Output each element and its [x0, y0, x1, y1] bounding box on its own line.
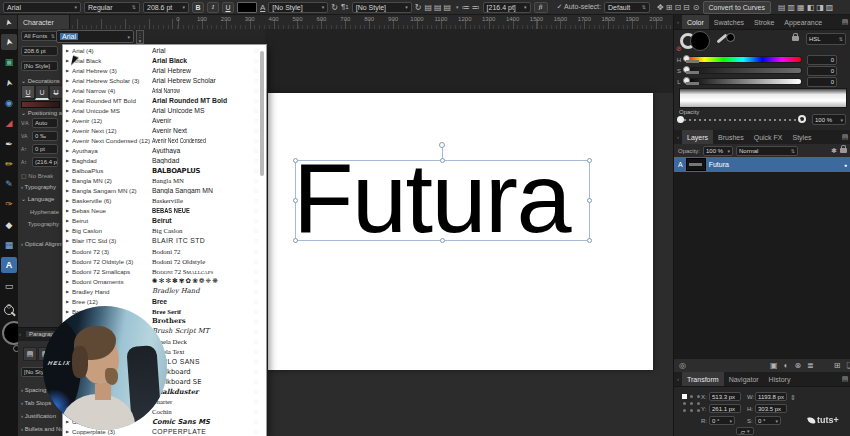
underline-double-button[interactable]: U	[35, 85, 49, 100]
font-list-item[interactable]: ▶Avenir (12)Avenir♡	[63, 115, 266, 125]
convert-to-curves-button[interactable]: Convert to Curves	[703, 1, 771, 14]
section-bullets[interactable]: › Bullets and Numbering	[21, 426, 63, 432]
panel-font-size-field[interactable]: 208.6 pt	[21, 46, 58, 56]
handle-bottom-left[interactable]	[293, 238, 298, 243]
update-style-icon[interactable]: ↻	[331, 2, 338, 13]
character-style-select[interactable]: [No Style]▾	[268, 2, 328, 13]
font-list-item[interactable]: ▶Bangla Sangam MN (2)Bangla Sangam MN♡	[63, 186, 266, 196]
favorite-heart-icon[interactable]: ♡	[250, 147, 262, 154]
favorite-heart-icon[interactable]: ♡	[250, 207, 262, 214]
font-size-select[interactable]: 208.6 pt▾	[143, 2, 189, 13]
add-layer-icon[interactable]: ❏	[847, 361, 850, 370]
handle-top-left[interactable]	[293, 158, 298, 163]
bold-button[interactable]: B	[192, 2, 204, 13]
shear-field[interactable]: 0 °▾	[755, 416, 781, 425]
paint-brush-tool[interactable]: ✑	[1, 196, 17, 212]
saturation-value[interactable]: 0	[807, 66, 837, 76]
favorite-heart-icon[interactable]: ♡	[250, 398, 262, 405]
panel-menu-icon[interactable]: ▤	[839, 372, 850, 386]
y-field[interactable]: 261.1 px	[709, 404, 741, 413]
point-transform-tool[interactable]: ◉	[1, 95, 17, 111]
tab-transform[interactable]: Transform	[682, 372, 724, 386]
font-list-item[interactable]: ▶Bodoni 72 Oldstyle (3)Bodoni 72 Oldstyl…	[63, 256, 266, 266]
anchor-point-selector[interactable]	[681, 393, 702, 414]
x-field[interactable]: 513.3 px	[709, 392, 741, 401]
chevron-down-icon[interactable]: ▾	[456, 4, 459, 10]
favorite-heart-icon[interactable]: ♡	[250, 378, 262, 385]
section-positioning[interactable]: ⌄ Positioning and Transform	[21, 109, 63, 116]
favorite-heart-icon[interactable]: ♡	[250, 197, 262, 204]
font-list-item[interactable]: ▶Arial Unicode MSArial Unicode MS♡	[63, 105, 266, 115]
favorite-heart-icon[interactable]: ♡	[250, 428, 262, 435]
font-list-item[interactable]: ▶Arial Rounded MT BoldArial Rounded MT B…	[63, 95, 266, 105]
no-color-icon[interactable]: ⊘	[676, 45, 682, 53]
opacity-value-select[interactable]: 100 %▾	[812, 114, 846, 125]
font-list-item[interactable]: ▶BalboaPlusBALBOAPLUS♡	[63, 166, 266, 176]
favorite-heart-icon[interactable]: ♡	[250, 177, 262, 184]
node-tool[interactable]: ➤	[1, 75, 17, 91]
close-icon[interactable]: ×	[139, 38, 142, 44]
favorite-heart-icon[interactable]: ♡	[250, 338, 262, 345]
tab-navigator[interactable]: Navigator	[724, 372, 764, 386]
favorite-heart-icon[interactable]: ♡	[250, 308, 262, 315]
bullet-list-icon[interactable]: ≔	[462, 2, 470, 13]
lock-icon[interactable]	[792, 36, 799, 41]
blend-mode-select[interactable]: Normal⇅	[736, 146, 798, 156]
font-list-item[interactable]: ▶Arial Hebrew (3)Arial Hebrew♡	[63, 65, 266, 75]
all-fonts-select[interactable]: All Fonts⇅	[21, 31, 58, 41]
leading-select[interactable]: [216.4 pt]▾	[483, 2, 531, 13]
italic-button[interactable]: I	[207, 2, 219, 13]
vector-brush-tool[interactable]: ✎	[1, 176, 17, 192]
font-search-combo[interactable]: Arial ▾	[56, 30, 134, 43]
lightness-slider[interactable]	[684, 78, 802, 85]
align-middle-icon[interactable]: ◨	[816, 2, 824, 13]
panel-style-field[interactable]: [No Style]	[21, 61, 58, 71]
update-paragraph-style-icon[interactable]: ↻	[415, 2, 422, 13]
gear-icon[interactable]: ✱	[831, 147, 837, 155]
section-language[interactable]: ⌄ Language	[21, 195, 54, 202]
section-typography[interactable]: › Typography	[21, 184, 56, 190]
handle-top-right[interactable]	[587, 158, 592, 163]
favorite-heart-icon[interactable]: ♡	[250, 77, 262, 84]
lightness-value[interactable]: 0	[807, 77, 837, 87]
favorite-heart-icon[interactable]: ♡	[250, 278, 262, 285]
tab-history[interactable]: History	[764, 372, 796, 386]
favorite-heart-icon[interactable]: ♡	[250, 388, 262, 395]
favorite-heart-icon[interactable]: ♡	[250, 127, 262, 134]
font-list-item[interactable]: ▶Bodoni 72 (3)Bodoni 72♡	[63, 246, 266, 256]
paragraph-align-right-icon[interactable]: ▤	[444, 2, 452, 13]
move-anchor-icon[interactable]: ✥	[657, 2, 664, 13]
layer-visibility-dot[interactable]: ●	[844, 162, 847, 168]
favorite-heart-icon[interactable]: ♡	[250, 47, 262, 54]
collapse-icon[interactable]: ‹	[674, 372, 682, 386]
snap-candidates-icon[interactable]: ⊞	[666, 2, 673, 13]
saturation-slider[interactable]	[684, 67, 802, 74]
handle-middle-left[interactable]	[293, 198, 298, 203]
strikethrough-button[interactable]: U	[49, 85, 63, 99]
font-list-item[interactable]: ▶Bree (12)Bree♡	[63, 296, 266, 306]
ligatures-button[interactable]: fi	[534, 2, 548, 13]
layer-effects-icon[interactable]: ≣	[807, 361, 814, 370]
handle-top-center[interactable]	[440, 158, 445, 163]
favorite-heart-icon[interactable]: ♡	[250, 268, 262, 275]
font-combo-grip[interactable]: ⋮×	[136, 30, 144, 44]
tab-stroke[interactable]: Stroke	[749, 15, 779, 29]
paragraph-align-left-icon[interactable]: ▤	[424, 2, 432, 13]
paragraph-align-center-icon[interactable]: ▤	[434, 2, 442, 13]
favorite-heart-icon[interactable]: ♡	[250, 117, 262, 124]
kerning-field[interactable]: Auto	[32, 118, 58, 128]
tab-character-context[interactable]: Character	[18, 15, 70, 29]
favorite-heart-icon[interactable]: ♡	[250, 348, 262, 355]
underline-single-button[interactable]: U	[21, 85, 35, 99]
font-style-select[interactable]: Regular⇅	[84, 2, 140, 13]
font-list-item[interactable]: ▶Arial Hebrew Scholar (3)Arial Hebrew Sc…	[63, 75, 266, 85]
color-mode-select[interactable]: HSL⇅	[806, 33, 846, 45]
font-list-item[interactable]: ▶Bodoni Ornaments✺✻✼✽✾✿❀❁❈❋♡	[63, 276, 266, 286]
align-left-icon[interactable]: ▤	[778, 2, 786, 13]
font-list-item[interactable]: ▶Blair ITC Std (3)BLAIR ITC STD♡	[63, 236, 266, 246]
favorite-heart-icon[interactable]: ♡	[250, 328, 262, 335]
favorite-heart-icon[interactable]: ♡	[250, 298, 262, 305]
align-bottom-icon[interactable]: ▨	[826, 2, 834, 13]
zoom-tool[interactable]	[4, 305, 14, 315]
favorite-heart-icon[interactable]: ♡	[250, 107, 262, 114]
